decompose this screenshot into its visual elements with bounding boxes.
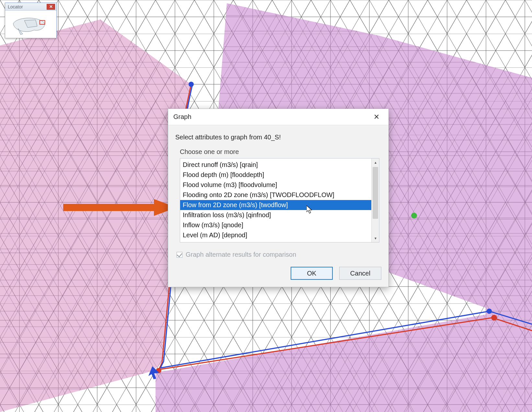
scroll-up-button[interactable]: ▴ [372,159,379,166]
attribute-listbox-container: Direct runoff (m3/s) [qrain]Flood depth … [180,158,379,242]
ok-button[interactable]: OK [291,267,333,280]
attribute-listbox[interactable]: Direct runoff (m3/s) [qrain]Flood depth … [180,159,371,242]
attribute-list-item[interactable]: Level in 2D zone (m AD) [twoddepnod] [180,240,371,242]
locator-close-button[interactable]: ✕ [47,4,55,10]
alternate-results-row: Graph alternate results for comparison [177,251,381,258]
dialog-instruction: Select attributes to graph from 40_S! [175,134,381,141]
locator-thumbnail[interactable] [5,11,56,38]
close-icon: ✕ [49,4,53,9]
attribute-list-item[interactable]: Infiltration loss (m3/s) [qinfnod] [180,210,371,220]
dialog-title: Graph [173,113,191,121]
attribute-list-item[interactable]: Level (m AD) [depnod] [180,230,371,240]
locator-titlebar[interactable]: Locator ✕ [5,3,56,11]
choose-label: Choose one or more [180,148,381,156]
graph-dialog: Graph ✕ Select attributes to graph from … [168,109,389,287]
ok-button-label: OK [307,270,317,277]
dialog-titlebar[interactable]: Graph ✕ [168,109,388,125]
close-icon: ✕ [374,113,379,121]
svg-point-8 [411,213,417,218]
scrollbar[interactable]: ▴ ▾ [371,159,379,242]
attribute-list-item[interactable]: Flow from 2D zone (m3/s) [twodflow] [180,200,371,210]
attribute-list-item[interactable]: Flood volume (m3) [floodvolume] [180,180,371,190]
attribute-list-item[interactable]: Direct runoff (m3/s) [qrain] [180,160,371,170]
svg-point-7 [491,315,497,321]
attribute-list-item[interactable]: Flood depth (m) [flooddepth] [180,170,371,180]
cancel-button-label: Cancel [350,270,370,277]
locator-title: Locator [8,4,23,9]
alternate-results-label: Graph alternate results for comparison [186,251,296,258]
attribute-list-item[interactable]: Inflow (m3/s) [qnode] [180,220,371,230]
svg-point-6 [487,309,492,314]
dialog-close-button[interactable]: ✕ [370,112,383,122]
scroll-thumb[interactable] [373,167,378,219]
locator-panel: Locator ✕ [5,3,57,38]
cancel-button[interactable]: Cancel [339,267,381,280]
scroll-down-button[interactable]: ▾ [372,234,379,242]
attribute-list-item[interactable]: Flooding onto 2D zone (m3/s) [TWODFLOODF… [180,190,371,200]
alternate-results-checkbox[interactable] [177,252,182,258]
svg-point-5 [189,82,194,87]
